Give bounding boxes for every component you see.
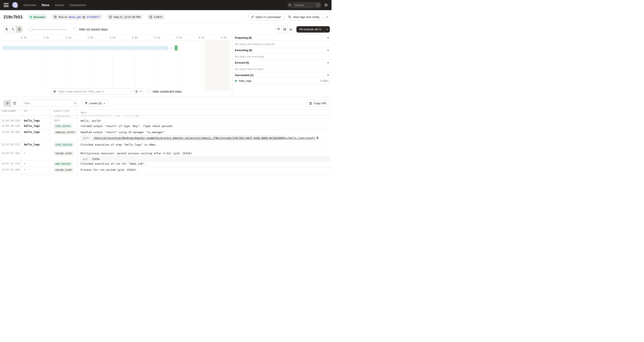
- run-header: 219c7b51 Success Run of demo_job @ 4f105…: [0, 10, 332, 24]
- global-search[interactable]: /: [287, 2, 321, 8]
- levels-dropdown-button[interactable]: Levels (5): [82, 100, 108, 106]
- nav-item-runs[interactable]: Runs: [42, 4, 49, 7]
- axis-tick-label: 3.0s: [132, 36, 138, 39]
- event-type-badge: HANDLED_OUTPUT: [54, 130, 77, 135]
- axis-tick-label: 1.0s: [43, 36, 49, 39]
- structured-log-button[interactable]: [11, 100, 18, 106]
- log-op: -: [21, 161, 50, 167]
- structured-view-icon: [13, 102, 16, 105]
- log-message: Finished execution of run for "demo_job"…: [80, 161, 332, 165]
- hide-unselected-label: Hide unselected steps: [153, 90, 182, 93]
- nav-item-deployment[interactable]: Deployment: [70, 4, 86, 7]
- log-toolbar: ⊗ Levels (5) Copy URL: [0, 97, 332, 110]
- step-subset-input-wrap[interactable]: [51, 88, 131, 95]
- event-type-text: INFO: [54, 118, 77, 122]
- panel-empty-state: No steps are executing: [232, 53, 332, 60]
- hide-not-started-checkbox[interactable]: [73, 28, 77, 31]
- log-row[interactable]: 12:07:30.573hello_logsSTEP_SUCCESSFinish…: [0, 142, 332, 150]
- run-actions-caret-button[interactable]: [324, 14, 330, 20]
- expand-top-button[interactable]: [288, 26, 294, 32]
- collapse-caret-icon[interactable]: ▾: [328, 62, 328, 64]
- split-panel-group: [275, 26, 294, 33]
- log-row[interactable]: 12:07:31.175-RUN_SUCCESSFinished executi…: [0, 161, 332, 167]
- log-row[interactable]: 12:07:30.562hello_logsHANDLED_OUTPUTHand…: [0, 129, 332, 142]
- log-row[interactable]: 12:07:30.524hello_logsINFOHello, world!: [0, 118, 332, 123]
- hide-not-started-label: Hide not started steps: [79, 28, 108, 31]
- panel-section-header[interactable]: Errored (0)▾: [232, 60, 332, 66]
- nav-item-assets[interactable]: Assets: [55, 4, 64, 7]
- metadata-value: 25434: [92, 158, 100, 161]
- step-bar-hello-logs[interactable]: [175, 46, 178, 50]
- copy-url-button[interactable]: Copy URL: [306, 100, 330, 106]
- gantt-chart: 0.5s1.0s1.5s2.0s2.5s3.0s3.5s4.0s4.5s5.0s: [0, 35, 232, 97]
- graph-query-toggle-button[interactable]: [133, 88, 144, 95]
- tag-icon: [288, 16, 291, 18]
- flat-view-button[interactable]: [4, 26, 10, 32]
- gantt-canvas[interactable]: [0, 41, 232, 91]
- log-timestamp: 12:07:30.524: [0, 118, 21, 123]
- nav-item-overview[interactable]: Overview: [24, 4, 36, 7]
- event-type-badge: ENGINE_EVENT: [54, 151, 74, 156]
- top-nav: Overview Runs Assets Deployment / ⚙: [0, 0, 332, 10]
- search-input[interactable]: [293, 4, 316, 7]
- unstructured-log-button[interactable]: [4, 100, 11, 106]
- split-view-icon: [283, 28, 286, 31]
- log-op: -: [21, 150, 50, 161]
- clock-icon: [109, 16, 112, 18]
- log-row[interactable]: 12:07:30.535hello_logsSTEP_OUTPUTYielded…: [0, 123, 332, 129]
- panel-step-row[interactable]: hello_logs0.065s: [232, 78, 332, 84]
- panel-section-header[interactable]: Preparing (0)▾: [232, 35, 332, 41]
- log-filter-input[interactable]: [21, 100, 78, 106]
- header-op: OP: [21, 110, 50, 116]
- dependency-marker-circle: [170, 47, 172, 49]
- waterfall-view-icon: [12, 28, 15, 31]
- axis-tick-label: 5.0s: [221, 36, 227, 39]
- metadata-path-link[interactable]: /Users/erincochran/Desktop/dagster-examp…: [94, 136, 315, 140]
- slider-track[interactable]: [29, 29, 67, 30]
- axis-tick-label: 1.5s: [65, 36, 72, 39]
- dagster-logo[interactable]: [12, 2, 19, 9]
- reexecute-all-button[interactable]: Re-execute all (*) ▾: [296, 26, 330, 32]
- waterfall-view-button[interactable]: [10, 26, 16, 32]
- log-row[interactable]: 12:07:31.204-ENGINE_EVENTProcess for run…: [0, 167, 332, 174]
- reexecute-caret[interactable]: ▾: [324, 28, 330, 30]
- collapse-caret-icon[interactable]: ▾: [328, 36, 328, 39]
- panel-section-header[interactable]: Succeeded (1)▾: [232, 72, 332, 78]
- log-timestamp: 12:07:31.175: [0, 161, 21, 167]
- flat-view-icon: [5, 28, 8, 31]
- job-link[interactable]: demo_job: [68, 16, 81, 18]
- expand-bottom-button[interactable]: [276, 26, 282, 32]
- gantt-section: 0.5s1.0s1.5s2.0s2.5s3.0s3.5s4.0s4.5s5.0s: [0, 35, 332, 97]
- log-timestamp: 12:07:30.562: [0, 129, 21, 142]
- run-id-title: 219c7b51: [4, 14, 23, 20]
- axis-tick-label: 0.5s: [21, 36, 27, 39]
- chevron-down-icon: [104, 102, 106, 104]
- step-subset-input[interactable]: [58, 90, 129, 93]
- commit-link[interactable]: 4f105077: [87, 16, 100, 18]
- split-view-button[interactable]: [282, 26, 288, 32]
- history-icon: [54, 16, 57, 18]
- view-tags-config-button[interactable]: View tags and config: [285, 14, 322, 20]
- collapse-caret-icon[interactable]: ▾: [328, 74, 328, 76]
- axis-tick-label: 2.5s: [110, 36, 116, 39]
- log-row[interactable]: 12:07:31.162-ENGINE_EVENTMultiprocess ex…: [0, 150, 332, 161]
- gear-icon[interactable]: ⚙: [324, 3, 328, 7]
- gantt-zoom-slider[interactable]: [29, 26, 67, 32]
- dagster-run-page: Overview Runs Assets Deployment / ⚙ 219c…: [0, 0, 332, 176]
- stopwatch-icon: [149, 16, 152, 18]
- axis-tick-label: 4.5s: [198, 36, 205, 39]
- clear-filter-icon[interactable]: ⊗: [74, 102, 76, 105]
- gridline: [179, 41, 180, 91]
- slider-handle[interactable]: [29, 28, 32, 31]
- log-op: hello_logs: [21, 123, 50, 129]
- hide-unselected-checkbox[interactable]: [147, 90, 151, 93]
- timed-view-button[interactable]: [16, 26, 22, 32]
- log-table: TIMESTAMP OP EVENT TYPE INFO STEP_STARTS…: [0, 110, 332, 176]
- log-row[interactable]: STEP_STARTStarted execution of step "hel…: [0, 116, 332, 118]
- open-in-launchpad-button[interactable]: Open in Launchpad: [248, 14, 284, 20]
- collapse-caret-icon[interactable]: ▾: [328, 49, 328, 51]
- copy-path-icon[interactable]: [316, 136, 319, 139]
- hamburger-menu-icon[interactable]: [4, 3, 9, 7]
- panel-section-header[interactable]: Executing (0)▾: [232, 47, 332, 53]
- event-type-badge: STEP_SUCCESS: [54, 143, 74, 147]
